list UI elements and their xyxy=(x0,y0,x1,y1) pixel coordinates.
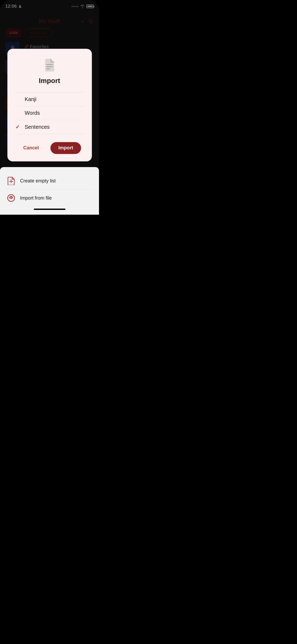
import-icon xyxy=(6,193,16,203)
import-file-label: Import from file xyxy=(20,195,52,201)
option-sentences[interactable]: ✓ Sentences xyxy=(15,120,84,134)
option-words-label: Words xyxy=(25,110,40,116)
modal-title: Import xyxy=(15,77,84,85)
create-list-label: Create empty list xyxy=(20,178,56,184)
import-modal: Import Kanji Words ✓ Sentences Cancel Im… xyxy=(7,49,92,161)
option-words[interactable]: Words xyxy=(15,106,84,120)
file-icon xyxy=(6,176,16,186)
import-button[interactable]: Import xyxy=(50,142,81,154)
modal-icon-wrap xyxy=(15,58,84,72)
import-file-item[interactable]: Import from file xyxy=(6,190,93,206)
modal-buttons: Cancel Import xyxy=(15,142,84,154)
modal-options[interactable]: Kanji Words ✓ Sentences xyxy=(15,92,84,134)
bottom-sheet: Create empty list Import from file xyxy=(0,167,99,215)
option-kanji-label: Kanji xyxy=(25,96,36,102)
create-list-item[interactable]: Create empty list xyxy=(6,172,93,189)
option-kanji[interactable]: Kanji xyxy=(15,92,84,106)
document-icon xyxy=(44,58,55,72)
home-indicator xyxy=(34,209,65,210)
checkmark-sentences: ✓ xyxy=(15,124,22,130)
cancel-button[interactable]: Cancel xyxy=(18,142,44,153)
option-sentences-label: Sentences xyxy=(25,124,50,130)
